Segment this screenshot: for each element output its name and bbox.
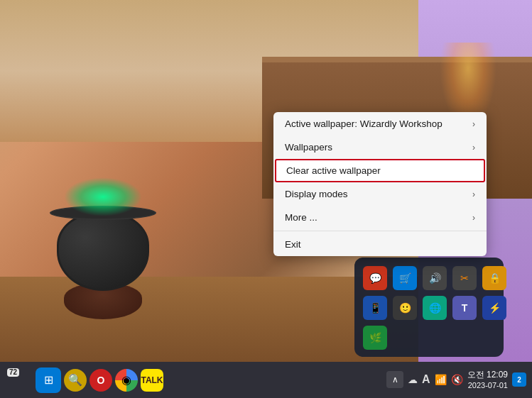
tray-icon-chat[interactable]: 💬 [363, 266, 387, 290]
menu-item-display-modes[interactable]: Display modes › [273, 182, 487, 206]
wifi-icon[interactable]: 📶 [435, 374, 447, 385]
clock-date: 2023-07-01 [467, 380, 508, 390]
tray-expand-button[interactable]: ∧ [386, 371, 403, 388]
ime-icon[interactable]: A [422, 373, 430, 386]
taskbar-badge-area: 72 [6, 367, 33, 394]
menu-item-exit[interactable]: Exit [273, 233, 487, 256]
taskbar: 72 ⊞ 🔍 O ◉ TALK ∧ ☁ A 📶 🔇 오전 12:09 2023-… [0, 362, 532, 398]
menu-chevron-active-wallpaper: › [472, 119, 475, 129]
menu-chevron-wallpapers: › [472, 143, 475, 153]
menu-item-exit-label: Exit [285, 239, 301, 250]
kakao-button[interactable]: TALK [141, 369, 163, 392]
tray-icon-store[interactable]: 🛒 [393, 266, 417, 290]
menu-item-more[interactable]: More ... › [273, 206, 487, 229]
windows-button[interactable]: ⊞ [36, 367, 61, 393]
system-tray-popup: 💬 🛒 🔊 ✂ 🔒 📱 🙂 🌐 T ⚡ 🌿 [354, 258, 504, 357]
tray-icon-lock[interactable]: 🔒 [482, 266, 506, 290]
tray-icon-speaker[interactable]: 🔊 [423, 266, 447, 290]
volume-icon[interactable]: 🔇 [451, 374, 463, 385]
opera-button[interactable]: O [89, 369, 112, 392]
menu-item-active-wallpaper-label: Active wallpaper: Wizardly Workshop [285, 118, 443, 129]
menu-item-more-label: More ... [285, 212, 317, 223]
tray-icon-emoji[interactable]: 🙂 [393, 296, 417, 320]
taskbar-badge-number: 72 [7, 368, 19, 377]
menu-divider [273, 231, 487, 231]
menu-chevron-display-modes: › [472, 189, 475, 199]
tray-icon-wallpaper-engine[interactable]: 🌿 [363, 326, 387, 350]
search-button[interactable]: 🔍 [64, 369, 87, 392]
tray-icon-scissors[interactable]: ✂ [452, 266, 477, 290]
context-menu: Active wallpaper: Wizardly Workshop › Wa… [273, 112, 487, 256]
cloud-icon[interactable]: ☁ [408, 374, 418, 385]
tray-icon-bluetooth[interactable]: ⚡ [482, 296, 506, 320]
menu-item-active-wallpaper[interactable]: Active wallpaper: Wizardly Workshop › [273, 112, 487, 136]
menu-chevron-more: › [472, 213, 475, 223]
notification-badge[interactable]: 2 [512, 372, 526, 387]
menu-item-clear-wallpaper-label: Clear active wallpaper [286, 165, 381, 176]
tray-icon-teams[interactable]: T [452, 296, 477, 320]
taskbar-right: ∧ ☁ A 📶 🔇 오전 12:09 2023-07-01 2 [381, 370, 532, 391]
menu-item-wallpapers[interactable]: Wallpapers › [273, 136, 487, 159]
menu-item-clear-wallpaper[interactable]: Clear active wallpaper [275, 159, 485, 182]
menu-item-display-modes-label: Display modes [285, 189, 348, 199]
tray-icon-app2[interactable]: 📱 [363, 296, 387, 320]
menu-item-wallpapers-label: Wallpapers [285, 142, 332, 153]
clock-time: 오전 12:09 [467, 370, 508, 381]
clock-area[interactable]: 오전 12:09 2023-07-01 [467, 370, 508, 391]
chrome-button[interactable]: ◉ [115, 369, 138, 392]
taskbar-left: 72 ⊞ 🔍 O ◉ TALK [0, 367, 169, 394]
tray-icon-edge[interactable]: 🌐 [423, 296, 447, 320]
